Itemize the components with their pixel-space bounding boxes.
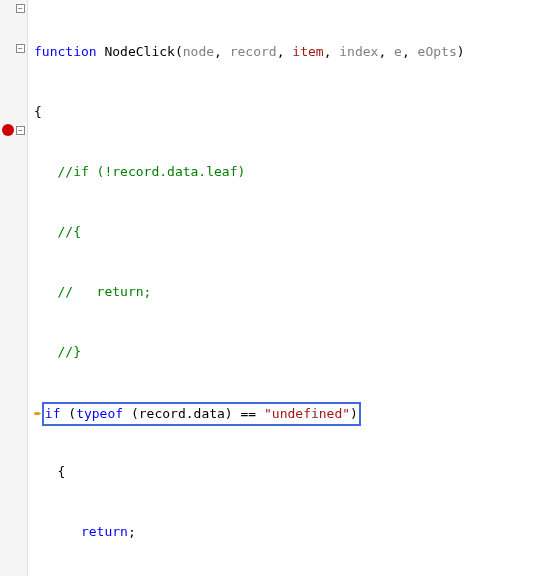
code-editor[interactable]: − − − function NodeClick(node, record, i… — [0, 0, 555, 576]
comment: // return; — [34, 282, 555, 302]
param: node — [183, 44, 214, 59]
param: record — [230, 44, 277, 59]
param: item — [292, 44, 323, 59]
current-line-arrow: ➨ — [34, 406, 42, 421]
brace: { — [34, 462, 555, 482]
breakpoint-icon[interactable] — [2, 124, 14, 136]
param: index — [339, 44, 378, 59]
param: e — [394, 44, 402, 59]
param: eOpts — [418, 44, 457, 59]
fold-icon[interactable]: − — [16, 126, 25, 135]
code-content[interactable]: function NodeClick(node, record, item, i… — [28, 0, 555, 576]
comment: //{ — [34, 222, 555, 242]
brace: { — [34, 102, 555, 122]
highlighted-line: if (typeof (record.data) == "undefined") — [42, 402, 361, 426]
function-name: NodeClick — [104, 44, 174, 59]
fold-icon[interactable]: − — [16, 4, 25, 13]
comment: //} — [34, 342, 555, 362]
comment: //if (!record.data.leaf) — [34, 162, 555, 182]
fold-icon[interactable]: − — [16, 44, 25, 53]
keyword: function — [34, 44, 97, 59]
keyword: return — [81, 524, 128, 539]
gutter: − − − — [0, 0, 28, 576]
